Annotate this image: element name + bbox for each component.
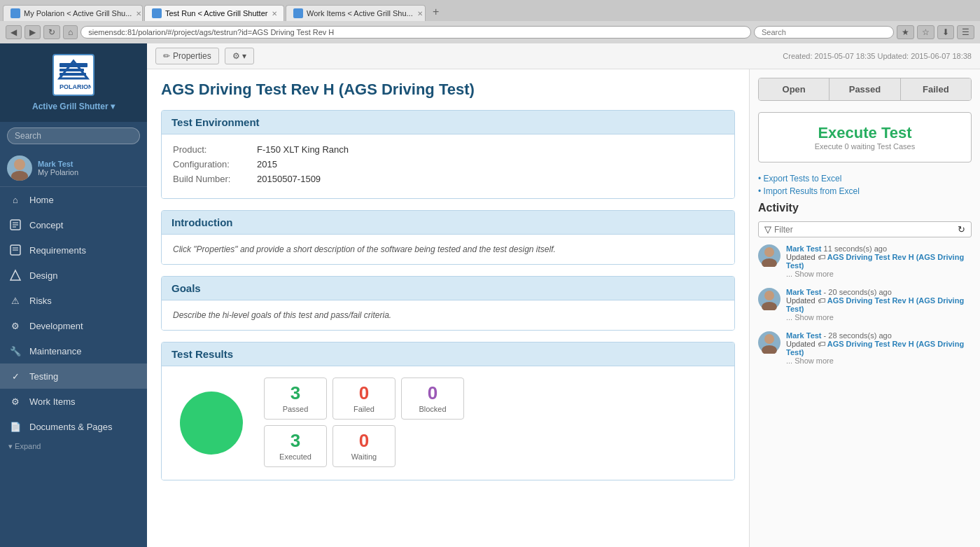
stat-number-passed: 3	[273, 384, 318, 402]
settings-button[interactable]: ⚙ ▾	[225, 48, 254, 64]
sidebar-label-maintenance: Maintenance	[29, 346, 81, 356]
refresh-icon[interactable]: ↻	[958, 224, 965, 235]
svg-point-17	[764, 291, 774, 300]
risks-icon: ⚠	[8, 293, 22, 307]
browser-chrome: My Polarion < Active Grill Shu... ✕ Test…	[0, 0, 980, 43]
sidebar-item-requirements[interactable]: Requirements	[0, 237, 147, 263]
avatar	[7, 155, 32, 181]
activity-user-2[interactable]: Mark Test	[786, 288, 822, 296]
stat-box-waiting: 0 Waiting	[332, 425, 396, 467]
properties-icon: ✏	[163, 51, 170, 61]
status-button-open[interactable]: Open	[759, 78, 830, 100]
import-results-link[interactable]: Import Results from Excel	[758, 186, 972, 196]
page-title: AGS Driving Test Rev H (AGS Driving Test…	[161, 81, 735, 99]
sidebar-item-work-items[interactable]: ⚙ Work Items	[0, 389, 147, 414]
tab-close-3[interactable]: ✕	[417, 10, 423, 18]
svg-point-16	[762, 258, 777, 267]
settings-nav-button[interactable]: ☰	[957, 25, 974, 39]
show-more-1[interactable]: ... Show more	[786, 270, 834, 278]
sidebar-label-requirements: Requirements	[29, 245, 86, 256]
sidebar: POLARION Active Grill Shutter ▾ Mark Tes…	[0, 43, 147, 547]
home-nav-button[interactable]: ⌂	[63, 25, 78, 39]
bookmark-star-button[interactable]: ★	[897, 25, 914, 39]
tab-favicon-3	[293, 8, 303, 18]
sidebar-item-concept[interactable]: Concept	[0, 212, 147, 237]
sidebar-item-risks[interactable]: ⚠ Risks	[0, 288, 147, 313]
svg-point-19	[764, 334, 774, 344]
section-introduction: Introduction Click "Properties" and prov…	[161, 210, 735, 265]
download-button[interactable]: ⬇	[937, 25, 954, 39]
section-environment: Test Environment Product: F-150 XLT King…	[161, 110, 735, 199]
activity-content-2: Mark Test - 20 seconds(s) ago Updated 🏷 …	[786, 288, 972, 321]
project-name[interactable]: Active Grill Shutter ▾	[32, 102, 115, 111]
field-value-product: F-150 XLT King Ranch	[257, 144, 349, 155]
tab-favicon-2	[152, 8, 162, 18]
sidebar-item-testing[interactable]: ✓ Testing	[0, 363, 147, 389]
forward-button[interactable]: ▶	[24, 25, 41, 39]
activity-avatar-2	[758, 288, 780, 310]
sidebar-item-maintenance[interactable]: 🔧 Maintenance	[0, 338, 147, 363]
execute-test-button[interactable]: Execute Test	[770, 124, 960, 142]
activity-user-3[interactable]: Mark Test	[786, 331, 822, 340]
tab-1[interactable]: My Polarion < Active Grill Shu... ✕	[3, 5, 143, 21]
new-tab-button[interactable]: +	[427, 3, 444, 21]
status-button-passed[interactable]: Passed	[830, 78, 900, 100]
tab-close-2[interactable]: ✕	[272, 10, 277, 18]
sidebar-item-development[interactable]: ⚙ Development	[0, 313, 147, 338]
activity-user-1[interactable]: Mark Test	[786, 244, 822, 253]
field-value-build: 20150507-1509	[257, 174, 321, 184]
field-row-product: Product: F-150 XLT King Ranch	[173, 144, 723, 155]
svg-point-6	[11, 171, 28, 181]
content-area: AGS Driving Test Rev H (AGS Driving Test…	[147, 69, 980, 547]
activity-content-3: Mark Test - 28 seconds(s) ago Updated 🏷 …	[786, 331, 972, 365]
show-more-2[interactable]: ... Show more	[786, 313, 834, 321]
user-sub[interactable]: My Polarion	[38, 168, 78, 176]
tab-label-3: Work Items < Active Grill Shu...	[307, 9, 413, 18]
section-header-goals: Goals	[162, 277, 734, 300]
introduction-text: Click "Properties" and provide a short d…	[173, 244, 723, 254]
user-info: Mark Test My Polarion	[38, 160, 78, 176]
section-goals: Goals Describe the hi-level goals of thi…	[161, 276, 735, 331]
back-button[interactable]: ◀	[6, 25, 22, 39]
activity-title: Activity	[758, 202, 972, 214]
activity-text-1: Updated 🏷 AGS Driving Test Rev H (AGS Dr…	[786, 253, 964, 270]
tab-3[interactable]: Work Items < Active Grill Shu... ✕	[286, 5, 426, 21]
svg-rect-0	[59, 63, 88, 67]
bookmark-list-button[interactable]: ☆	[917, 25, 934, 39]
sidebar-item-home[interactable]: ⌂ Home	[0, 187, 147, 212]
activity-item-1: Mark Test 11 seconds(s) ago Updated 🏷 AG…	[758, 244, 972, 278]
activity-filter-input[interactable]	[774, 225, 955, 235]
stat-number-waiting: 0	[342, 431, 386, 450]
sidebar-label-work-items: Work Items	[29, 396, 76, 407]
sidebar-search-container	[0, 122, 147, 150]
documents-icon: 📄	[8, 420, 22, 434]
activity-avatar-1	[758, 244, 780, 267]
tab-2[interactable]: Test Run < Active Grill Shutter ✕	[144, 5, 284, 21]
url-bar[interactable]	[80, 26, 751, 39]
requirements-icon	[8, 243, 22, 257]
section-header-test-results: Test Results	[162, 342, 734, 366]
stats-row-2: 3 Executed 0 Waiting	[264, 425, 723, 467]
browser-search-input[interactable]	[754, 26, 894, 39]
export-tests-link[interactable]: Export Tests to Excel	[758, 174, 972, 184]
status-button-failed[interactable]: Failed	[901, 78, 971, 100]
reload-button[interactable]: ↻	[43, 25, 60, 39]
sidebar-expand[interactable]: ▾ Expand	[0, 439, 147, 454]
activity-item-3: Mark Test - 28 seconds(s) ago Updated 🏷 …	[758, 331, 972, 365]
stat-number-blocked: 0	[410, 384, 455, 402]
results-layout: 3 Passed 0 Failed 0 Bloc	[173, 378, 723, 469]
stat-box-blocked: 0 Blocked	[401, 378, 464, 420]
sidebar-item-documents[interactable]: 📄 Documents & Pages	[0, 414, 147, 439]
svg-point-20	[762, 345, 777, 354]
sidebar-item-design[interactable]: Design	[0, 263, 147, 288]
links-box: Export Tests to Excel Import Results fro…	[758, 171, 972, 202]
svg-text:POLARION: POLARION	[59, 83, 91, 90]
sidebar-search-input[interactable]	[7, 127, 140, 144]
tab-close-1[interactable]: ✕	[136, 10, 141, 18]
maintenance-icon: 🔧	[8, 344, 22, 358]
properties-button[interactable]: ✏ Properties	[155, 48, 219, 64]
show-more-3[interactable]: ... Show more	[786, 356, 834, 365]
sidebar-label-testing: Testing	[29, 371, 58, 382]
sidebar-label-home: Home	[29, 195, 54, 205]
execute-sub: Execute 0 waiting Test Cases	[770, 142, 960, 151]
